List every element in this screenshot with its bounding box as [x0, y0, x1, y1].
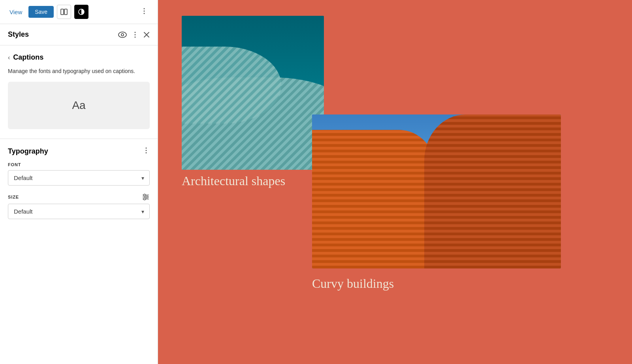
- eye-icon: [118, 32, 127, 38]
- caption-architectural-shapes: Architectural shapes: [182, 174, 285, 188]
- orange-building-left: [312, 130, 436, 268]
- typography-more-button[interactable]: [143, 147, 150, 156]
- svg-point-13: [146, 148, 147, 149]
- svg-point-17: [144, 194, 146, 196]
- typography-more-icon: [143, 147, 150, 154]
- typography-section: Typography FONT Default System Default S…: [0, 139, 158, 227]
- styles-actions: [118, 31, 150, 38]
- svg-point-15: [146, 152, 147, 154]
- svg-point-5: [144, 13, 145, 14]
- more-options-icon: [140, 7, 148, 15]
- save-button[interactable]: Save: [28, 6, 54, 18]
- svg-point-3: [144, 8, 145, 9]
- svg-point-19: [146, 196, 148, 198]
- size-select-wrapper: Default Small Medium Large Extra Large ▾: [8, 204, 150, 219]
- typography-header: Typography: [8, 147, 150, 156]
- image-curvy-buildings: [312, 114, 561, 268]
- font-select[interactable]: Default System Default Serif Sans-serif …: [8, 170, 150, 186]
- size-adjust-button[interactable]: [142, 193, 150, 201]
- orange-building-right: [424, 114, 561, 268]
- close-panel-button[interactable]: [143, 32, 150, 38]
- svg-point-9: [135, 34, 136, 35]
- svg-point-10: [135, 36, 136, 38]
- size-select[interactable]: Default Small Medium Large Extra Large: [8, 204, 150, 219]
- svg-rect-0: [61, 9, 64, 15]
- close-icon: [143, 32, 150, 38]
- svg-point-4: [144, 10, 145, 11]
- captions-description: Manage the fonts and typography used on …: [8, 67, 150, 75]
- font-preview-text: Aa: [72, 99, 85, 112]
- svg-point-21: [144, 198, 146, 200]
- typography-title: Typography: [8, 147, 143, 156]
- contrast-icon: [78, 8, 85, 15]
- left-panel: View Save Styles: [0, 0, 158, 364]
- preview-button[interactable]: [118, 32, 127, 38]
- svg-rect-1: [64, 9, 67, 15]
- styles-more-button[interactable]: [132, 31, 139, 38]
- font-label: FONT: [8, 162, 150, 167]
- more-options-button[interactable]: [137, 6, 151, 19]
- back-arrow-icon: ‹: [8, 54, 10, 61]
- svg-point-7: [121, 34, 124, 36]
- font-select-wrapper: Default System Default Serif Sans-serif …: [8, 170, 150, 186]
- size-label-row: SIZE: [8, 193, 150, 201]
- styles-more-icon: [132, 31, 139, 38]
- caption-curvy-buildings: Curvy buildings: [312, 276, 394, 291]
- view-button[interactable]: View: [6, 6, 25, 18]
- svg-point-6: [118, 32, 126, 38]
- sliders-icon: [142, 193, 150, 201]
- contrast-button[interactable]: [74, 5, 88, 19]
- size-label: SIZE: [8, 195, 142, 199]
- split-view-icon: [60, 8, 68, 15]
- font-preview-box: Aa: [8, 82, 150, 129]
- canvas: Architectural shapes Curvy buildings: [158, 0, 632, 364]
- captions-title: Captions: [13, 53, 43, 62]
- svg-point-8: [135, 32, 136, 33]
- back-button[interactable]: ‹ Captions: [8, 53, 43, 62]
- svg-point-14: [146, 150, 147, 151]
- toolbar: View Save: [0, 0, 158, 24]
- split-view-button[interactable]: [57, 5, 71, 19]
- captions-section: ‹ Captions Manage the fonts and typograp…: [0, 45, 158, 139]
- image-architectural-shapes: [182, 16, 324, 170]
- styles-title: Styles: [8, 30, 118, 39]
- styles-header: Styles: [0, 24, 158, 45]
